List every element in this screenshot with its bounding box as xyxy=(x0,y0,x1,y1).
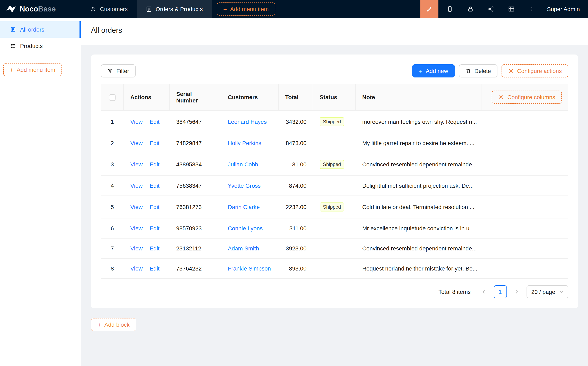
nav-tab-customers[interactable]: Customers xyxy=(81,0,137,18)
edit-link[interactable]: Edit xyxy=(150,140,159,146)
mobile-icon xyxy=(447,6,453,12)
serial-cell: 76381273 xyxy=(170,196,221,218)
layout-body: All orders Products + Add menu item All … xyxy=(0,18,588,366)
filter-icon xyxy=(107,68,113,74)
pagination-next-button[interactable] xyxy=(510,285,523,298)
empty-cell xyxy=(482,133,568,153)
sidebar-item-all-orders[interactable]: All orders xyxy=(0,21,81,38)
action-divider xyxy=(146,204,146,210)
serial-cell: 74829847 xyxy=(170,133,221,153)
column-header-customers: Customers xyxy=(221,84,279,111)
edit-link[interactable]: Edit xyxy=(150,225,159,232)
add-menu-item-sidebar-button[interactable]: + Add menu item xyxy=(3,63,62,76)
note-cell: Delightful met sufficient projection ask… xyxy=(356,176,482,196)
pagination: Total 8 items 1 20 / page xyxy=(101,285,568,298)
empty-cell xyxy=(482,196,568,218)
view-link[interactable]: View xyxy=(130,225,143,232)
empty-cell xyxy=(482,259,568,279)
filter-button[interactable]: Filter xyxy=(101,64,136,77)
delete-button[interactable]: Delete xyxy=(459,64,498,77)
pagination-prev-button[interactable] xyxy=(477,285,490,298)
serial-cell: 73764232 xyxy=(170,259,221,279)
view-link[interactable]: View xyxy=(130,245,143,252)
page-header: All orders xyxy=(81,18,588,45)
table-toolbar: Filter + Add new Delete xyxy=(101,64,568,77)
column-header-label: Customers xyxy=(228,94,258,100)
customer-link[interactable]: Darin Clarke xyxy=(228,204,260,210)
view-link[interactable]: View xyxy=(130,204,143,210)
serial-cell: 98570923 xyxy=(170,218,221,238)
customer-link[interactable]: Adam Smith xyxy=(228,245,259,252)
block-templates-button[interactable] xyxy=(502,0,520,18)
ui-editor-button[interactable] xyxy=(420,0,438,18)
customer-link[interactable]: Leonard Hayes xyxy=(228,118,267,125)
plus-icon: + xyxy=(419,68,423,74)
orders-table: Actions Serial Number Customers Total St… xyxy=(101,84,568,279)
edit-link[interactable]: Edit xyxy=(150,161,159,168)
pagination-total: Total 8 items xyxy=(438,289,471,295)
user-name[interactable]: Super Admin xyxy=(542,6,588,12)
status-tag: Shipped xyxy=(320,202,344,212)
products-icon xyxy=(10,43,16,49)
delete-label: Delete xyxy=(474,68,491,74)
edit-link[interactable]: Edit xyxy=(150,204,159,210)
customer-link[interactable]: Connie Lyons xyxy=(228,225,263,232)
column-header-label: Status xyxy=(320,94,337,100)
total-cell: 31.00 xyxy=(279,153,313,176)
empty-cell xyxy=(482,111,568,133)
table-row: 4 ViewEdit 75638347 Yvette Gross 874.00 … xyxy=(101,176,568,196)
select-all-checkbox[interactable] xyxy=(109,94,116,101)
table-row: 1 ViewEdit 38475647 Leonard Hayes 3432.0… xyxy=(101,111,568,133)
nocobase-logo-icon xyxy=(6,5,16,13)
plus-icon: + xyxy=(10,67,14,73)
view-link[interactable]: View xyxy=(130,140,143,146)
column-header-status: Status xyxy=(313,84,356,111)
configure-actions-label: Configure actions xyxy=(517,68,562,74)
edit-link[interactable]: Edit xyxy=(150,118,159,125)
total-cell: 2232.00 xyxy=(279,196,313,218)
more-button[interactable] xyxy=(523,0,541,18)
edit-link[interactable]: Edit xyxy=(150,182,159,189)
customer-link[interactable]: Julian Cobb xyxy=(228,161,258,168)
note-cell: Convinced resembled dependent remainde..… xyxy=(356,153,482,176)
page-title: All orders xyxy=(91,26,578,35)
main-area: All orders Filter + xyxy=(81,18,588,366)
view-link[interactable]: View xyxy=(130,265,143,272)
action-divider xyxy=(146,140,146,146)
action-divider xyxy=(146,183,146,189)
brand-name-bold: Noco xyxy=(20,5,38,13)
table-row: 3 ViewEdit 43895834 Julian Cobb 31.00 Sh… xyxy=(101,153,568,176)
edit-link[interactable]: Edit xyxy=(150,245,159,252)
page-size-select[interactable]: 20 / page xyxy=(526,285,568,298)
column-header-serial-number: Serial Number xyxy=(170,84,221,111)
mobile-client-button[interactable] xyxy=(441,0,459,18)
configure-columns-button[interactable]: Configure columns xyxy=(492,91,562,104)
top-navbar: NocoBase Customers Orders & Products + A… xyxy=(0,0,588,18)
table-row: 6 ViewEdit 98570923 Connie Lyons 311.00 … xyxy=(101,218,568,238)
note-cell: moreover man feelings own shy. Request n… xyxy=(356,111,482,133)
view-link[interactable]: View xyxy=(130,182,143,189)
customer-link[interactable]: Yvette Gross xyxy=(228,182,261,189)
add-block-button[interactable]: + Add block xyxy=(91,318,136,331)
pagination-page-button[interactable]: 1 xyxy=(494,285,507,298)
gear-icon xyxy=(498,94,504,100)
customer-link[interactable]: Frankie Simpson xyxy=(228,265,271,272)
column-header-label: Actions xyxy=(130,94,151,100)
add-menu-item-header-button[interactable]: + Add menu item xyxy=(217,2,275,15)
edit-link[interactable]: Edit xyxy=(150,265,159,272)
row-index: 6 xyxy=(111,225,114,232)
view-link[interactable]: View xyxy=(130,118,143,125)
empty-cell xyxy=(482,176,568,196)
api-button[interactable] xyxy=(482,0,500,18)
customer-link[interactable]: Holly Perkins xyxy=(228,140,261,146)
sidebar-item-products[interactable]: Products xyxy=(0,38,81,54)
action-divider xyxy=(146,225,146,231)
configure-actions-button[interactable]: Configure actions xyxy=(502,64,568,77)
add-menu-item-label: Add menu item xyxy=(230,6,269,12)
nav-tab-orders-products[interactable]: Orders & Products xyxy=(137,0,212,18)
view-link[interactable]: View xyxy=(130,161,143,168)
add-new-button[interactable]: + Add new xyxy=(412,64,455,77)
brand-logo[interactable]: NocoBase xyxy=(0,0,81,18)
configure-columns-label: Configure columns xyxy=(507,94,555,100)
permissions-button[interactable] xyxy=(461,0,479,18)
